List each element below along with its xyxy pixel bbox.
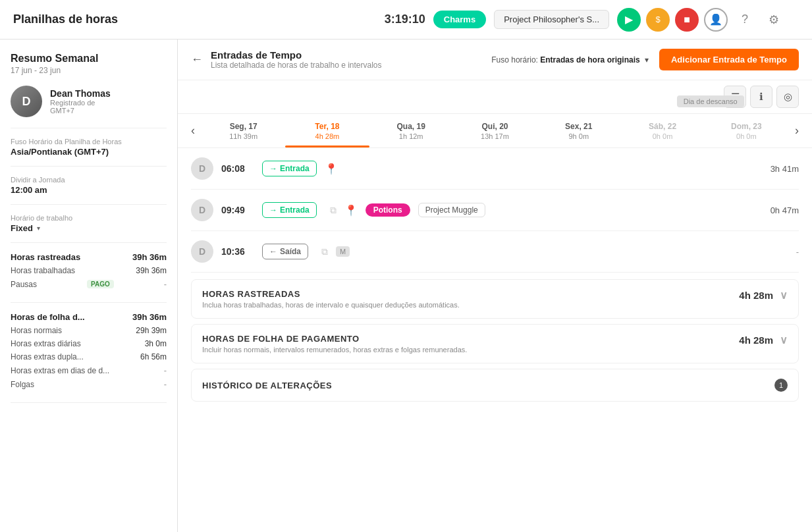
- normal-hours-label: Horas normais: [11, 326, 62, 335]
- timezone-value: Asia/Pontianak (GMT+7): [11, 147, 167, 157]
- history-section: HISTÓRICO DE ALTERAÇÕES 1: [191, 369, 799, 402]
- coin-button[interactable]: $: [646, 8, 670, 32]
- day-seg17-hours: 11h 39m: [202, 132, 285, 140]
- camera-button[interactable]: ◎: [776, 86, 799, 108]
- chevron-down-icon[interactable]: ▾: [645, 55, 649, 65]
- work-schedule-value: Fixed: [11, 223, 33, 233]
- worked-hours-row: Horas trabalhadas 39h 36m: [11, 266, 167, 275]
- payroll-summary-total: 4h 28m ∨: [739, 334, 788, 346]
- entry1-location-icon[interactable]: 📍: [325, 163, 338, 175]
- project-selector[interactable]: Project Philosopher's S...: [494, 10, 609, 29]
- day-ter18-underline: [285, 146, 369, 147]
- split-value: 12:00 am: [11, 185, 167, 195]
- help-icon: ?: [742, 13, 748, 26]
- day-qui20[interactable]: Qui, 20 13h 17m: [453, 114, 537, 147]
- day-qui20-hours: 13h 17m: [453, 132, 537, 140]
- app-title: Planilhas de horas: [13, 13, 118, 26]
- day-seg17[interactable]: Seg, 17 11h 39m: [202, 114, 285, 147]
- back-button[interactable]: ←: [191, 53, 203, 66]
- double-overtime-value: 6h 56m: [140, 352, 167, 361]
- work-schedule-section: Horário de trabalho Fixed ▾: [11, 214, 167, 243]
- payroll-total-value: 4h 28m: [739, 334, 773, 346]
- day-sex21-hours: 9h 0m: [537, 132, 620, 140]
- header-center: 3:19:10 Charms Project Philosopher's S..…: [385, 8, 786, 32]
- payroll-hours-row: Horas de folha d... 39h 36m: [11, 312, 167, 322]
- charms-button[interactable]: Charms: [433, 11, 486, 28]
- user-sub2: GMT+7: [50, 107, 111, 115]
- rest-day-label: Dia de descanso: [677, 95, 744, 107]
- day-qua19-underline: [369, 146, 453, 147]
- day-dom23-underline: [705, 146, 788, 147]
- entry2-location-icon[interactable]: 📍: [344, 204, 358, 217]
- stop-button[interactable]: ■: [675, 8, 699, 32]
- play-button[interactable]: ▶: [617, 8, 641, 32]
- entry3-copy-icon[interactable]: ⧉: [321, 246, 328, 257]
- help-button[interactable]: ?: [733, 8, 757, 32]
- entry2-badge[interactable]: → Entrada: [262, 202, 317, 218]
- payroll-chevron-icon[interactable]: ∨: [780, 334, 788, 346]
- tracked-summary-text: HORAS RASTREADAS Inclua horas trabalhada…: [202, 289, 460, 309]
- daily-overtime-label: Horas extras diárias: [11, 339, 81, 348]
- content-topbar: ← Entradas de Tempo Lista detalhada de h…: [178, 40, 812, 80]
- pauses-row: Pausas PAGO -: [11, 279, 167, 289]
- day-qui20-underline: [453, 146, 537, 147]
- entry2-project[interactable]: Project Muggle: [418, 203, 485, 217]
- tracked-summary-total: 4h 28m ∨: [739, 289, 788, 302]
- user-button[interactable]: 👤: [704, 8, 728, 32]
- history-title: HISTÓRICO DE ALTERAÇÕES: [202, 381, 332, 390]
- main-layout: Resumo Semanal 17 jun - 23 jun D Dean Th…: [0, 40, 812, 532]
- day-ter18[interactable]: Ter, 18 4h 28m: [285, 114, 369, 147]
- day-qua19-label: Qua, 19: [369, 122, 453, 131]
- timezone-section: Fuso Horário da Planilha de Horas Asia/P…: [11, 138, 167, 167]
- entry3-badge[interactable]: ← Saída: [262, 244, 308, 259]
- add-time-entry-button[interactable]: Adicionar Entrada de Tempo: [659, 49, 799, 70]
- split-section: Dividir a Jornada 12:00 am: [11, 176, 167, 205]
- normal-hours-row: Horas normais 29h 39m: [11, 326, 167, 335]
- double-overtime-label: Horas extras dupla...: [11, 352, 84, 361]
- timezone-info: Fuso horário: Entradas de hora originais…: [491, 55, 649, 65]
- holiday-overtime-value: -: [164, 365, 167, 375]
- dropdown-arrow-icon[interactable]: ▾: [37, 225, 40, 232]
- day-qua19-hours: 1h 12m: [369, 132, 453, 140]
- payroll-hours-label: Horas de folha d...: [11, 312, 85, 322]
- day-sab22[interactable]: Dia de descanso Sáb, 22 0h 0m: [620, 114, 704, 147]
- entry1-avatar: D: [191, 157, 213, 180]
- entry2-tag[interactable]: Potions: [365, 203, 410, 217]
- day-qui20-label: Qui, 20: [453, 122, 537, 131]
- entry2-badge-label: Entrada: [280, 205, 310, 215]
- day-qua19[interactable]: Qua, 19 1h 12m: [369, 114, 453, 147]
- settings-button[interactable]: ⚙: [762, 8, 786, 32]
- tracked-summary-title: HORAS RASTREADAS: [202, 289, 460, 299]
- day-sab22-underline: [620, 146, 704, 147]
- stop-icon: ■: [684, 14, 690, 26]
- sidebar-dates: 17 jun - 23 jun: [11, 66, 167, 75]
- payroll-summary-header[interactable]: HORAS DE FOLHA DE PAGAMENTO Incluir hora…: [192, 325, 798, 363]
- entry3-badge-label: Saída: [280, 247, 301, 256]
- entry1-badge[interactable]: → Entrada: [262, 161, 317, 176]
- timezone-label: Fuso Horário da Planilha de Horas: [11, 138, 167, 146]
- next-day-button[interactable]: ›: [788, 117, 805, 144]
- day-dom23[interactable]: Dom, 23 0h 0m: [705, 114, 788, 147]
- user-card: D Dean Thomas Registrado de GMT+7: [11, 86, 167, 128]
- daily-overtime-value: 3h 0m: [145, 339, 167, 348]
- history-header[interactable]: HISTÓRICO DE ALTERAÇÕES 1: [192, 369, 798, 401]
- tracked-summary-header[interactable]: HORAS RASTREADAS Inclua horas trabalhada…: [192, 280, 798, 318]
- user-info: Dean Thomas Registrado de GMT+7: [50, 88, 111, 115]
- history-badge: 1: [774, 379, 788, 392]
- day-seg17-label: Seg, 17: [202, 122, 285, 131]
- time-entry-1: D 06:08 → Entrada 📍 3h 41m: [191, 148, 799, 190]
- entry1-duration: 3h 41m: [771, 164, 799, 174]
- time-entries-area: D 06:08 → Entrada 📍 3h 41m D 09:49 → Ent…: [178, 148, 812, 273]
- prev-day-button[interactable]: ‹: [184, 117, 202, 144]
- payroll-summary-subtitle: Incluir horas normais, intervalos remune…: [202, 346, 467, 354]
- tracked-chevron-icon[interactable]: ∨: [780, 289, 788, 302]
- content-title: Entradas de Tempo: [211, 49, 491, 61]
- day-sex21-label: Sex, 21: [537, 122, 620, 131]
- entry2-copy-icon[interactable]: ⧉: [330, 205, 337, 216]
- day-sex21[interactable]: Sex, 21 9h 0m: [537, 114, 620, 147]
- info-button[interactable]: ℹ: [750, 86, 772, 108]
- day-navigation: ‹ Seg, 17 11h 39m Ter, 18 4h 28m Qua, 19…: [178, 114, 812, 148]
- avatar: D: [11, 86, 42, 117]
- payroll-hours-total: 39h 36m: [132, 312, 167, 322]
- entry3-m-badge: M: [336, 246, 350, 257]
